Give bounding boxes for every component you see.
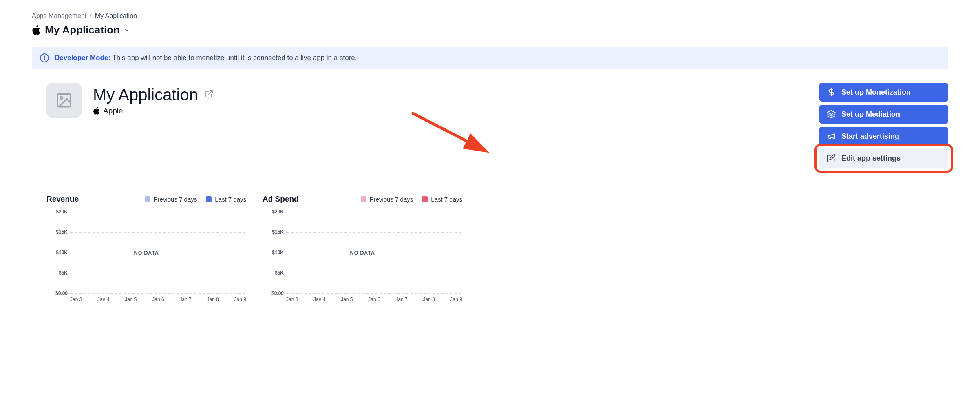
megaphone-icon — [827, 132, 836, 141]
no-data-label: NO DATA — [46, 250, 246, 256]
alert-message: This app will not be able to monetize un… — [112, 54, 357, 62]
svg-marker-4 — [828, 111, 835, 114]
legend-last-label: Last 7 days — [431, 196, 462, 203]
legend-prev-label: Previous 7 days — [154, 196, 197, 203]
adspend-chart-title: Ad Spend — [263, 195, 299, 204]
image-icon — [55, 92, 73, 109]
revenue-legend: Previous 7 days Last 7 days — [145, 196, 246, 203]
start-advertising-button[interactable]: Start advertising — [819, 127, 948, 146]
y-tick: $5K — [46, 270, 68, 276]
setup-monetization-label: Set up Monetization — [841, 88, 911, 97]
apple-icon — [32, 25, 41, 35]
x-tick: Jan 3 — [286, 297, 298, 302]
dollar-icon — [827, 88, 836, 97]
x-tick: Jan 6 — [152, 297, 164, 302]
app-selector[interactable]: My Application — [32, 24, 948, 36]
x-tick: Jan 8 — [423, 297, 435, 302]
svg-line-2 — [208, 91, 212, 95]
svg-line-5 — [413, 113, 484, 150]
chevron-down-icon — [124, 27, 130, 33]
setup-monetization-button[interactable]: Set up Monetization — [819, 83, 948, 102]
info-icon: ! — [40, 53, 49, 62]
x-tick: Jan 6 — [368, 297, 380, 302]
external-link-icon[interactable] — [205, 89, 214, 100]
breadcrumb: Apps Management / My Application — [32, 12, 948, 20]
y-tick: $15K — [263, 229, 284, 235]
no-data-label: NO DATA — [263, 250, 462, 256]
apple-icon — [93, 107, 100, 115]
x-tick: Jan 5 — [125, 297, 137, 302]
alert-title: Developer Mode: — [55, 54, 110, 62]
y-tick: $5K — [263, 270, 284, 276]
x-axis: Jan 3 Jan 4 Jan 5 Jan 6 Jan 7 Jan 8 Jan … — [70, 297, 246, 302]
revenue-chart-title: Revenue — [46, 195, 79, 204]
legend-swatch-prev — [145, 196, 150, 202]
breadcrumb-parent[interactable]: Apps Management — [32, 12, 86, 20]
adspend-legend: Previous 7 days Last 7 days — [361, 196, 462, 203]
app-name: My Application — [93, 86, 198, 104]
x-tick: Jan 7 — [395, 297, 407, 302]
x-tick: Jan 9 — [450, 297, 462, 302]
legend-last-label: Last 7 days — [215, 196, 246, 203]
legend-swatch-last — [422, 196, 428, 202]
x-tick: Jan 4 — [313, 297, 325, 302]
y-tick: $0.00 — [263, 290, 284, 296]
annotation-arrow — [411, 111, 492, 156]
x-tick: Jan 4 — [97, 297, 109, 302]
x-tick: Jan 7 — [179, 297, 191, 302]
x-tick: Jan 9 — [234, 297, 246, 302]
x-tick: Jan 3 — [70, 297, 82, 302]
edit-app-settings-label: Edit app settings — [841, 154, 901, 163]
breadcrumb-current: My Application — [95, 12, 137, 20]
y-tick: $20K — [263, 209, 284, 215]
revenue-chart: Revenue Previous 7 days Last 7 days $20K… — [46, 195, 246, 293]
app-info: My Application Apple — [32, 83, 803, 118]
setup-mediation-button[interactable]: Set up Mediation — [819, 105, 948, 124]
breadcrumb-separator: / — [90, 12, 91, 20]
app-icon-placeholder — [46, 83, 82, 118]
start-advertising-label: Start advertising — [841, 132, 899, 141]
y-tick: $20K — [46, 209, 68, 215]
legend-swatch-prev — [361, 196, 366, 202]
y-tick: $15K — [46, 229, 68, 235]
y-tick: $0.00 — [46, 290, 68, 296]
app-platform: Apple — [103, 106, 123, 115]
revenue-chart-body: $20K $15K $10K $5K $0.00 NO DATA Jan 3 J… — [46, 212, 246, 293]
legend-swatch-last — [206, 196, 212, 202]
app-selector-name: My Application — [45, 24, 120, 36]
layers-icon — [827, 110, 836, 119]
x-tick: Jan 8 — [207, 297, 219, 302]
legend-prev-label: Previous 7 days — [370, 196, 413, 203]
x-tick: Jan 5 — [341, 297, 353, 302]
edit-app-settings-button[interactable]: Edit app settings — [819, 149, 948, 168]
setup-mediation-label: Set up Mediation — [841, 110, 900, 119]
x-axis: Jan 3 Jan 4 Jan 5 Jan 6 Jan 7 Jan 8 Jan … — [286, 297, 462, 302]
developer-mode-alert: ! Developer Mode: This app will not be a… — [32, 47, 948, 69]
actions-panel: Set up Monetization Set up Mediation Sta… — [819, 83, 948, 168]
svg-point-1 — [60, 97, 62, 99]
edit-icon — [827, 154, 836, 163]
adspend-chart: Ad Spend Previous 7 days Last 7 days $20… — [263, 195, 462, 293]
adspend-chart-body: $20K $15K $10K $5K $0.00 NO DATA Jan 3 J… — [263, 212, 462, 293]
